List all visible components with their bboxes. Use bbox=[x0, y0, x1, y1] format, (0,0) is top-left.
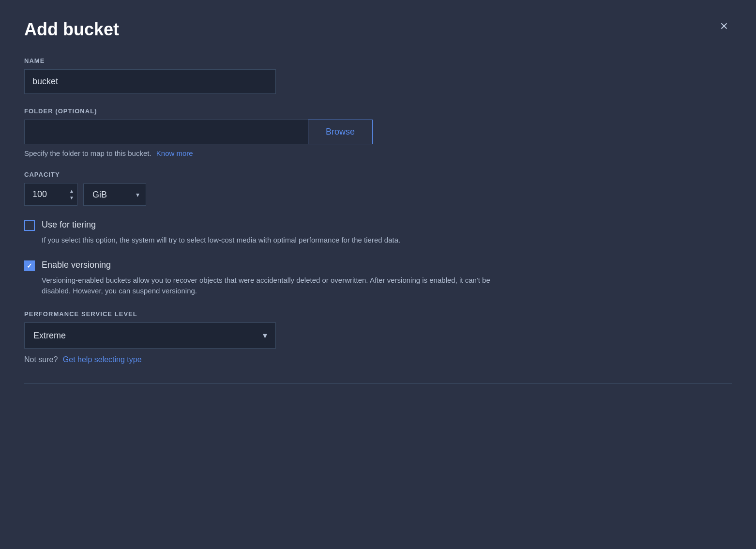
unit-select-wrap: GiB TiB MiB ▾ bbox=[83, 183, 146, 206]
spinner-up-button[interactable]: ▲ bbox=[68, 188, 76, 194]
spinner-arrows: ▲ ▼ bbox=[68, 188, 76, 201]
performance-field-group: PERFORMANCE SERVICE LEVEL Extreme Perfor… bbox=[24, 310, 732, 364]
name-label: NAME bbox=[24, 57, 732, 64]
folder-label: FOLDER (OPTIONAL) bbox=[24, 107, 732, 115]
spinner-down-button[interactable]: ▼ bbox=[68, 195, 76, 201]
performance-label: PERFORMANCE SERVICE LEVEL bbox=[24, 310, 732, 318]
close-button[interactable]: × bbox=[716, 17, 732, 35]
capacity-label: CAPACITY bbox=[24, 171, 732, 178]
tiering-checkbox[interactable] bbox=[24, 220, 35, 231]
performance-select[interactable]: Extreme Performance Standard Basic bbox=[24, 322, 276, 349]
versioning-description: Versioning-enabled buckets allow you to … bbox=[42, 275, 506, 297]
browse-button[interactable]: Browse bbox=[308, 120, 373, 144]
unit-select[interactable]: GiB TiB MiB bbox=[83, 183, 146, 206]
capacity-field-group: CAPACITY ▲ ▼ GiB TiB MiB ▾ bbox=[24, 171, 732, 206]
folder-field-group: FOLDER (OPTIONAL) Browse Specify the fol… bbox=[24, 107, 732, 157]
folder-input[interactable] bbox=[24, 120, 308, 144]
not-sure-text: Not sure? bbox=[24, 355, 58, 364]
versioning-checkbox-row: Enable versioning bbox=[24, 259, 732, 271]
capacity-spinner-wrap: ▲ ▼ bbox=[24, 183, 77, 206]
dialog-title: Add bucket bbox=[24, 19, 732, 40]
get-help-link[interactable]: Get help selecting type bbox=[63, 355, 142, 364]
not-sure-row: Not sure? Get help selecting type bbox=[24, 355, 732, 364]
versioning-checkbox[interactable] bbox=[24, 260, 35, 271]
tiering-description: If you select this option, the system wi… bbox=[42, 235, 506, 246]
add-bucket-dialog: Add bucket × NAME FOLDER (OPTIONAL) Brow… bbox=[0, 0, 756, 549]
capacity-row: ▲ ▼ GiB TiB MiB ▾ bbox=[24, 183, 732, 206]
bottom-divider bbox=[24, 383, 732, 384]
tiering-checkbox-row: Use for tiering bbox=[24, 219, 732, 231]
versioning-field-group: Enable versioning Versioning-enabled buc… bbox=[24, 259, 732, 297]
tiering-checkbox-label: Use for tiering bbox=[42, 219, 96, 230]
performance-select-wrap: Extreme Performance Standard Basic ▾ bbox=[24, 322, 276, 349]
folder-row: Browse bbox=[24, 120, 373, 144]
name-input[interactable] bbox=[24, 69, 276, 94]
tiering-field-group: Use for tiering If you select this optio… bbox=[24, 219, 732, 246]
versioning-checkbox-label: Enable versioning bbox=[42, 259, 111, 271]
name-field-group: NAME bbox=[24, 57, 732, 94]
folder-hint: Specify the folder to map to this bucket… bbox=[24, 149, 732, 157]
know-more-link[interactable]: Know more bbox=[156, 149, 193, 157]
